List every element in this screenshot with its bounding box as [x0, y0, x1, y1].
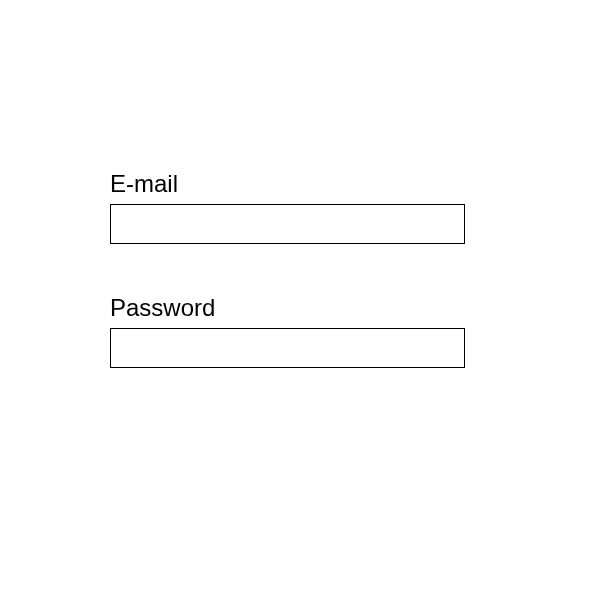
password-input[interactable]: [110, 328, 465, 368]
login-form: E-mail Password: [110, 170, 470, 418]
email-label: E-mail: [110, 170, 470, 198]
email-field-group: E-mail: [110, 170, 470, 244]
password-label: Password: [110, 294, 470, 322]
password-field-group: Password: [110, 294, 470, 368]
email-input[interactable]: [110, 204, 465, 244]
